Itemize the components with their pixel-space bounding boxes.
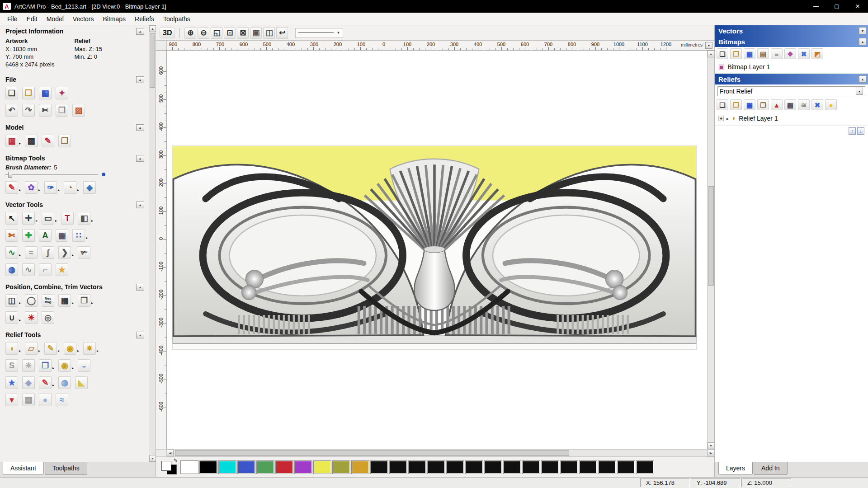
envelope-relief-icon[interactable]: ◆ xyxy=(22,376,35,389)
palette-swatch-14[interactable] xyxy=(446,460,464,474)
reliefs-collapse-icon[interactable]: ▲ xyxy=(859,75,866,83)
brush-diameter-slider[interactable] xyxy=(5,174,98,175)
palette-swatch-12[interactable] xyxy=(408,460,426,474)
starburst-relief-icon[interactable]: ✷ xyxy=(83,342,96,355)
scroll-up-canvas-icon[interactable]: ▲ xyxy=(708,51,714,57)
reliefs-section-header[interactable]: Reliefs ▲ xyxy=(715,74,868,84)
primary-color-chip[interactable] xyxy=(161,461,171,471)
dome-relief-icon-flyout[interactable]: ▸ xyxy=(77,349,79,355)
align-vectors-icon-flyout[interactable]: ▸ xyxy=(19,301,21,307)
zoom-fit-icon[interactable]: ⊠ xyxy=(237,27,249,39)
artwork-relief-preview[interactable] xyxy=(172,145,697,350)
new-model-icon[interactable]: ❏ xyxy=(5,87,18,99)
wrap-text-icon[interactable]: A xyxy=(39,229,52,242)
mirror-vectors-icon[interactable]: ◧ xyxy=(78,212,90,225)
nesting-icon[interactable]: Nes ting xyxy=(42,294,54,307)
bitmaps-section-header[interactable]: Bitmaps ▲ xyxy=(715,36,868,47)
create-arc-icon[interactable]: ❯ xyxy=(58,246,71,259)
menu-item-vectors[interactable]: Vectors xyxy=(68,14,99,24)
basket-weave-icon[interactable]: ▦ xyxy=(22,394,35,406)
paste-array-icon[interactable]: ∷ xyxy=(72,229,85,242)
revolve-icon[interactable]: ◍ xyxy=(5,263,18,276)
ruler-options-icon[interactable]: ▼ xyxy=(705,42,712,49)
smooth-relief-layer-icon[interactable]: ≋ xyxy=(798,99,810,110)
palette-swatch-19[interactable] xyxy=(541,460,559,474)
collapse-vector-tools-icon[interactable]: ▲ xyxy=(136,202,144,208)
fit-curve-icon[interactable]: ⌐ xyxy=(39,263,52,276)
move-layer-up-icon[interactable]: ↑ xyxy=(849,127,856,135)
tab-toolpaths[interactable]: Toolpaths xyxy=(45,462,87,475)
open-relief-icon[interactable]: ❐ xyxy=(730,99,742,110)
paint-selective-icon-flyout[interactable]: ▸ xyxy=(38,188,40,194)
bitmaps-collapse-icon[interactable]: ▲ xyxy=(859,38,866,45)
create-arc-icon-flyout[interactable]: ▸ xyxy=(72,253,74,259)
flood-fill-icon[interactable]: ◈ xyxy=(83,181,96,194)
menu-item-model[interactable]: Model xyxy=(42,14,68,24)
save-bitmap-icon[interactable]: ▦ xyxy=(744,48,755,59)
copy-icon[interactable]: ❐ xyxy=(56,104,68,117)
add-relief-layer-icon[interactable]: + xyxy=(718,116,724,121)
block-copy-icon-flyout[interactable]: ▸ xyxy=(72,301,74,307)
zoom-previous-icon[interactable]: ◱ xyxy=(211,27,222,39)
palette-swatch-22[interactable] xyxy=(598,460,616,474)
relief-set-dropdown[interactable]: Front Relief ▼ xyxy=(717,86,865,96)
select-vectors-icon[interactable]: ↖ xyxy=(5,212,18,225)
adjust-model-icon[interactable]: ▩ xyxy=(25,135,38,147)
new-relief-layer-icon[interactable]: ❏ xyxy=(717,99,728,110)
transform-vectors-icon[interactable]: ✛ xyxy=(22,212,35,225)
lightbulb-icon[interactable]: ● xyxy=(825,99,837,110)
paint-relief-icon-flyout[interactable]: ▸ xyxy=(52,383,54,389)
draw-icon[interactable]: ✎ xyxy=(5,181,18,194)
minimize-button[interactable]: — xyxy=(806,0,826,13)
palette-icon-flyout[interactable]: ▸ xyxy=(77,188,79,194)
menu-item-file[interactable]: File xyxy=(3,14,22,24)
collapse-position-tools-icon[interactable]: ▲ xyxy=(136,284,144,291)
colour-shading-icon[interactable]: ✎ xyxy=(42,135,54,147)
snap-grid-icon[interactable]: ▦ xyxy=(56,229,68,242)
vector-wizard-icon[interactable]: ★ xyxy=(56,263,68,276)
relief-set-arrow-icon[interactable]: ▼ xyxy=(856,88,863,95)
collapse-model-icon[interactable]: ▲ xyxy=(136,124,144,131)
maximize-button[interactable]: ▢ xyxy=(826,0,847,13)
palette-swatch-20[interactable] xyxy=(560,460,578,474)
palette-swatch-6[interactable] xyxy=(294,460,312,474)
texture-relief-icon[interactable]: ◍ xyxy=(58,376,71,389)
angled-plane-icon[interactable]: ◣ xyxy=(75,376,88,389)
redo-icon[interactable]: ↷ xyxy=(22,104,35,117)
palette-swatch-3[interactable] xyxy=(237,460,255,474)
delete-relief-icon[interactable]: ✖ xyxy=(811,99,823,110)
save-model-icon[interactable]: ▦ xyxy=(39,87,52,99)
join-vectors-icon[interactable]: ∪ xyxy=(5,311,18,324)
create-text-icon[interactable]: T xyxy=(61,212,74,225)
sphere-relief-icon[interactable]: ● xyxy=(39,394,52,406)
create-polyline-icon[interactable]: ∿ xyxy=(5,246,18,259)
palette-swatch-10[interactable] xyxy=(370,460,388,474)
contrast-icon[interactable]: ≡ xyxy=(771,48,783,59)
palette-swatch-7[interactable] xyxy=(313,460,331,474)
palette-swap-icon[interactable]: ◩ xyxy=(811,48,823,59)
trim-vectors-icon[interactable]: ✄ xyxy=(5,229,18,242)
unwrap-relief-icon[interactable]: ▾ xyxy=(5,394,18,406)
toggle-bitmap-view-icon[interactable]: ▣ xyxy=(250,27,262,39)
tab-assistant[interactable]: Assistant xyxy=(3,462,44,475)
expand-relief-layer-icon[interactable]: ▸ xyxy=(726,116,729,121)
menu-item-edit[interactable]: Edit xyxy=(22,14,42,24)
assistant-scrollbar[interactable]: ▲ ▼ xyxy=(149,25,156,462)
cut-icon[interactable]: ✂ xyxy=(39,104,52,117)
palette-swatch-9[interactable] xyxy=(351,460,369,474)
merge-bitmap-icon[interactable]: ▤ xyxy=(757,48,769,59)
set-model-size-icon[interactable]: ▦ xyxy=(5,135,18,147)
scroll-down-canvas-icon[interactable]: ▼ xyxy=(708,442,714,449)
palette-swatch-4[interactable] xyxy=(256,460,274,474)
draw-dab-icon[interactable]: ✑ xyxy=(44,181,57,194)
scroll-up-icon[interactable]: ▲ xyxy=(149,25,156,32)
weave-relief-icon[interactable]: ✳ xyxy=(22,359,35,372)
drip-feed-icon[interactable]: ◉ xyxy=(58,359,71,372)
create-rectangle-icon-flyout[interactable]: ▸ xyxy=(55,219,57,225)
join-vectors-icon-flyout[interactable]: ▸ xyxy=(19,318,21,324)
invert-relief-icon[interactable]: ▲ xyxy=(771,99,783,110)
node-editing-icon[interactable]: ✚ xyxy=(22,229,35,242)
close-button[interactable]: ✕ xyxy=(847,0,868,13)
view-3d-button[interactable]: 3D xyxy=(160,28,175,38)
mirror-vectors-icon-flyout[interactable]: ▸ xyxy=(91,219,93,225)
